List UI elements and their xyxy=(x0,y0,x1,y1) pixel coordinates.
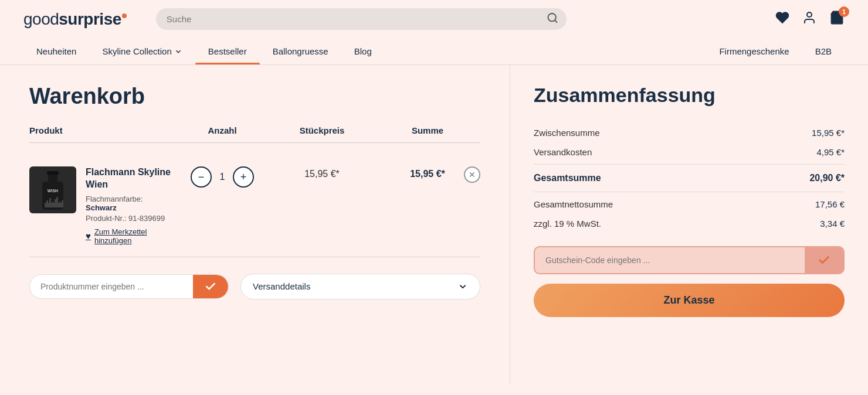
product-name: Flachmann Skyline Wien xyxy=(86,166,175,191)
summary-row-subtotal: Zwischensumme 15,95 €* xyxy=(534,123,845,142)
header-icons: 1 xyxy=(775,10,845,29)
nav-item-b2b[interactable]: B2B xyxy=(802,38,845,64)
cart-icon[interactable]: 1 xyxy=(829,10,845,29)
quantity-increase-button[interactable]: + xyxy=(233,166,254,188)
product-nr-display: Produkt-Nr.: 91-839699 xyxy=(86,214,175,223)
product-image: WISH xyxy=(29,166,76,213)
search-bar xyxy=(156,8,567,30)
col-unit-price: Stückpreis xyxy=(269,125,375,135)
svg-text:WISH: WISH xyxy=(48,189,58,193)
cart-bottom: Versanddetails xyxy=(29,274,480,299)
wishlist-link[interactable]: ♥ Zum Merkzettel hinzufügen xyxy=(86,227,175,245)
logo-dot xyxy=(122,13,127,18)
account-icon[interactable] xyxy=(802,11,816,28)
cart-title: Warenkorb xyxy=(29,84,480,109)
quantity-control: − 1 + xyxy=(175,166,269,188)
logo[interactable]: goodsurprise xyxy=(23,10,127,29)
nav-item-skyline[interactable]: Skyline Collection xyxy=(89,38,195,64)
cart-badge: 1 xyxy=(839,6,849,17)
summary-title: Zusammenfassung xyxy=(534,84,845,107)
versand-details-button[interactable]: Versanddetails xyxy=(240,274,480,299)
unit-price-cell: 15,95 €* xyxy=(269,166,375,179)
svg-line-1 xyxy=(555,20,557,22)
heart-icon: ♥ xyxy=(86,231,91,241)
svg-point-2 xyxy=(807,12,812,17)
summary-row-total: Gesamtsumme 20,90 €* xyxy=(534,164,845,192)
remove-item-button[interactable]: ✕ xyxy=(464,166,480,183)
coupon-check-icon xyxy=(818,254,830,267)
wishlist-icon[interactable] xyxy=(775,11,789,28)
col-product: Produkt xyxy=(29,125,175,135)
quantity-display: 1 xyxy=(212,172,233,182)
col-total: Summe xyxy=(375,125,480,135)
total-price-cell: 15,95 €* ✕ xyxy=(375,166,480,179)
quantity-decrease-button[interactable]: − xyxy=(191,166,212,188)
coupon-row xyxy=(534,246,845,274)
main-container: Warenkorb Produkt Anzahl Stückpreis Summ… xyxy=(0,65,868,384)
summary-row-shipping: Versandkosten 4,95 €* xyxy=(534,142,845,162)
product-nr-input-wrap xyxy=(29,274,229,299)
product-nr-submit-button[interactable] xyxy=(193,275,228,298)
coupon-input[interactable] xyxy=(535,247,805,273)
product-details: Flachmann Skyline Wien Flachmannfarbe: S… xyxy=(86,166,175,245)
product-nr-input[interactable] xyxy=(30,275,193,298)
check-icon xyxy=(205,281,216,292)
coupon-submit-button[interactable] xyxy=(805,247,843,273)
cart-section: Warenkorb Produkt Anzahl Stückpreis Summ… xyxy=(0,65,510,384)
svg-rect-5 xyxy=(47,171,59,175)
nav-item-bestseller[interactable]: Bestseller xyxy=(195,38,260,64)
col-quantity: Anzahl xyxy=(175,125,269,135)
nav-item-blog[interactable]: Blog xyxy=(341,38,385,64)
chevron-down-icon xyxy=(174,47,182,56)
nav-item-neuheiten[interactable]: Neuheiten xyxy=(23,38,89,64)
product-color: Flachmannfarbe: Schwarz xyxy=(86,195,175,212)
summary-row-vat: zzgl. 19 % MwSt. 3,34 € xyxy=(534,214,845,233)
table-header: Produkt Anzahl Stückpreis Summe xyxy=(29,125,480,143)
search-icon-button[interactable] xyxy=(547,12,558,26)
flask-svg: WISH xyxy=(39,171,67,213)
main-nav: Neuheiten Skyline Collection Bestseller … xyxy=(23,38,845,64)
nav-item-firmengeschenke[interactable]: Firmengeschenke xyxy=(706,38,802,64)
cart-item: WISH Flachmann Skyline Wien Flachmannfar… xyxy=(29,155,480,257)
summary-section: Zusammenfassung Zwischensumme 15,95 €* V… xyxy=(510,65,868,384)
nav-item-ballongruesse[interactable]: Ballongruesse xyxy=(260,38,341,64)
search-input[interactable] xyxy=(156,8,567,30)
checkout-button[interactable]: Zur Kasse xyxy=(534,284,845,317)
versand-chevron-icon xyxy=(457,281,468,292)
product-info: WISH Flachmann Skyline Wien Flachmannfar… xyxy=(29,166,175,245)
summary-row-net: Gesamtnettosumme 17,56 € xyxy=(534,195,845,214)
